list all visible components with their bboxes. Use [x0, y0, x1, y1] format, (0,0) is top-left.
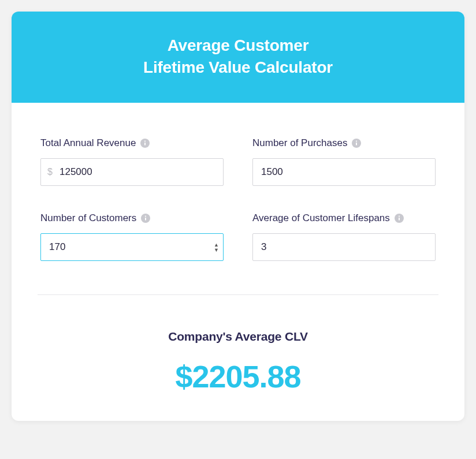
svg-point-8 [145, 215, 146, 217]
revenue-input[interactable] [40, 158, 224, 186]
result-label: Company's Average CLV [40, 330, 436, 344]
field-label: Average of Customer Lifespans [252, 212, 436, 224]
field-revenue: Total Annual Revenue $ [40, 137, 224, 186]
label-text: Total Annual Revenue [40, 137, 136, 149]
field-label: Number of Purchases [252, 137, 436, 149]
field-purchases: Number of Purchases [252, 137, 436, 186]
purchases-input[interactable] [252, 158, 436, 186]
svg-point-11 [399, 215, 400, 217]
label-text: Number of Purchases [252, 137, 347, 149]
svg-rect-7 [145, 217, 146, 220]
clv-calculator-card: Average Customer Lifetime Value Calculat… [12, 12, 464, 421]
stepper-up-icon[interactable]: ▲ [214, 242, 219, 247]
result-value: $2205.88 [40, 359, 436, 394]
field-lifespan: Average of Customer Lifespans [252, 212, 436, 261]
info-icon[interactable] [140, 139, 150, 148]
input-wrap: $ [40, 158, 224, 186]
label-text: Average of Customer Lifespans [252, 212, 390, 224]
inputs-grid: Total Annual Revenue $ Number of Purchas… [40, 137, 436, 261]
svg-rect-1 [144, 142, 146, 145]
card-body: Total Annual Revenue $ Number of Purchas… [12, 103, 464, 421]
input-wrap [252, 233, 436, 261]
field-label: Number of Customers [40, 212, 224, 224]
info-icon[interactable] [141, 214, 150, 223]
card-title: Average Customer Lifetime Value Calculat… [23, 35, 453, 79]
field-customers: Number of Customers ▲ ▼ [40, 212, 224, 261]
svg-point-5 [356, 140, 357, 141]
input-wrap: ▲ ▼ [40, 233, 224, 261]
lifespan-input[interactable] [252, 233, 436, 261]
info-icon[interactable] [395, 214, 404, 223]
svg-rect-10 [399, 217, 400, 220]
svg-rect-4 [356, 142, 357, 145]
field-label: Total Annual Revenue [40, 137, 224, 149]
number-stepper[interactable]: ▲ ▼ [214, 242, 219, 252]
title-line: Lifetime Value Calculator [143, 58, 333, 76]
card-header: Average Customer Lifetime Value Calculat… [12, 12, 464, 103]
customers-input[interactable] [40, 233, 224, 261]
title-line: Average Customer [168, 36, 309, 54]
input-wrap [252, 158, 436, 186]
label-text: Number of Customers [40, 212, 136, 224]
svg-point-2 [144, 140, 146, 141]
info-icon[interactable] [352, 139, 361, 148]
result-section: Company's Average CLV $2205.88 [40, 295, 436, 394]
stepper-down-icon[interactable]: ▼ [214, 247, 219, 252]
